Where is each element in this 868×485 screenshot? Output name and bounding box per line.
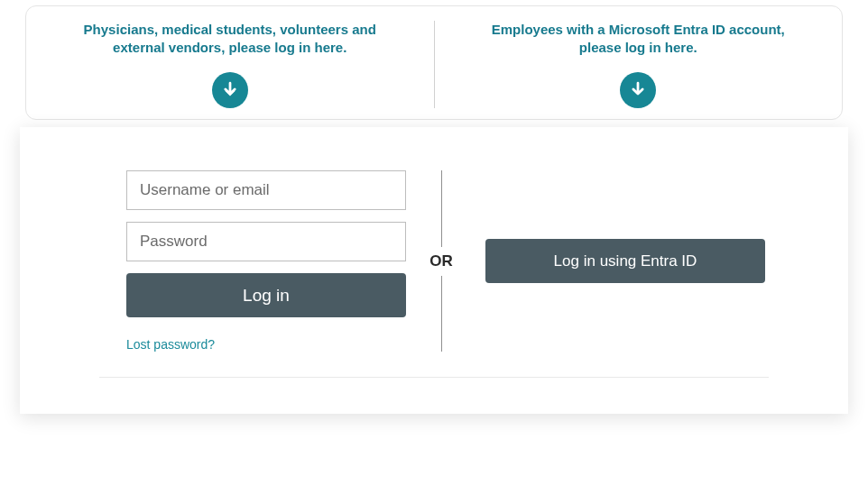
lost-password-link[interactable]: Lost password? <box>126 337 406 352</box>
banner-right-column: Employees with a Microsoft Entra ID acco… <box>435 21 843 108</box>
info-banner: Physicians, medical students, volunteers… <box>25 5 843 120</box>
bottom-divider <box>99 377 769 378</box>
password-input[interactable] <box>126 222 406 261</box>
login-inner: Log in Lost password? OR Log in using En… <box>63 170 805 352</box>
login-button[interactable]: Log in <box>126 273 406 317</box>
or-separator: OR <box>410 170 473 352</box>
arrow-down-icon <box>620 72 656 108</box>
banner-left-column: Physicians, medical students, volunteers… <box>26 21 435 108</box>
username-input[interactable] <box>126 170 406 210</box>
credentials-form: Log in Lost password? <box>126 170 406 352</box>
entra-login-button[interactable]: Log in using Entra ID <box>485 239 765 283</box>
login-card: Log in Lost password? OR Log in using En… <box>20 127 848 414</box>
entra-section: Log in using Entra ID <box>485 239 765 283</box>
banner-left-text: Physicians, medical students, volunteers… <box>60 21 400 56</box>
banner-right-text: Employees with a Microsoft Entra ID acco… <box>469 21 808 56</box>
arrow-down-icon <box>212 72 248 108</box>
or-label: OR <box>427 247 456 276</box>
